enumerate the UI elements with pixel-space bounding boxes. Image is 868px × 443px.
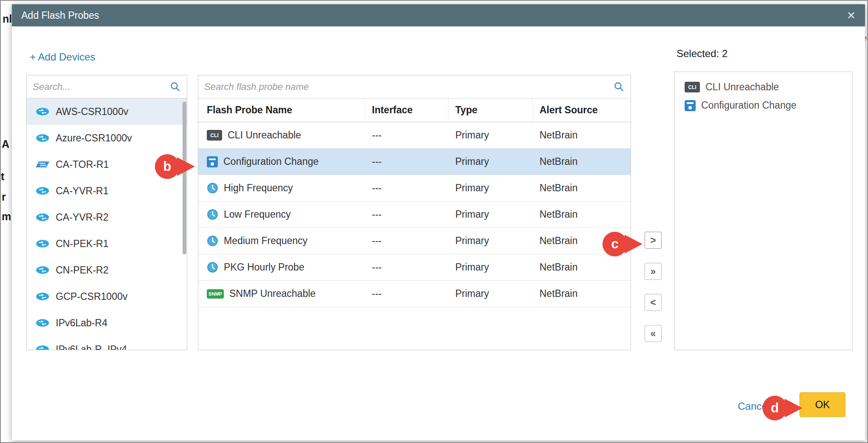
add-devices-link[interactable]: + Add Devices [30, 51, 95, 63]
router-icon [35, 292, 50, 301]
probe-type-cell: Primary [448, 175, 533, 201]
column-header-flash-probe-name: Flash Probe Name [198, 98, 365, 122]
dialog-title: Add Flash Probes [21, 10, 99, 21]
probe-type-cell: Primary [448, 149, 533, 175]
router-icon [35, 319, 50, 327]
probe-type-cell: Primary [448, 228, 533, 254]
device-name: Azure-CSR1000v [56, 132, 132, 144]
background-text-fragment: m [2, 210, 11, 223]
probe-table-row[interactable]: PKG Hourly Probe --- Primary NetBrain [198, 254, 631, 281]
device-list-item[interactable]: CN-PEK-R1 [27, 230, 187, 257]
router-icon [35, 134, 50, 142]
switch-icon [35, 161, 50, 168]
probe-interface-cell: --- [365, 201, 448, 227]
device-name: GCP-CSR1000v [56, 291, 128, 302]
probe-panel: Flash Probe Name Interface Type Alert So… [198, 75, 631, 350]
device-list-item[interactable]: CA-YVR-R1 [27, 178, 187, 204]
selected-probes-panel: CLI CLI Unreachable Configuration Change [674, 72, 853, 350]
device-name: CA-TOR-R1 [56, 159, 109, 170]
probe-name-cell: SNMP SNMP Unreachable [198, 281, 365, 307]
add-flash-probes-dialog: Add Flash Probes ✕ + Add Devices AWS-CSR… [12, 4, 865, 440]
device-name: IPv6Lab-R_IPv4 [56, 344, 127, 351]
snmp-badge-icon: SNMP [207, 289, 224, 299]
background-text-fragment: r [2, 191, 6, 203]
background-text-fragment: nl [3, 13, 12, 25]
device-list-item[interactable]: Azure-CSR1000v [27, 125, 187, 151]
device-list-scrollbar[interactable] [183, 102, 186, 254]
selected-item[interactable]: Configuration Change [685, 100, 852, 111]
probe-name: Medium Frequency [224, 235, 308, 247]
probe-name-cell: High Frequency [198, 175, 365, 201]
probe-name: Configuration Change [223, 156, 319, 167]
selected-item-label: CLI Unreachable [705, 81, 779, 93]
move-all-right-button[interactable]: » [645, 263, 662, 280]
device-list-item[interactable]: IPv6Lab-R4 [27, 310, 187, 336]
probe-table-row[interactable]: Configuration Change --- Primary NetBrai… [198, 149, 631, 175]
column-header-alert-source: Alert Source [533, 98, 631, 122]
search-icon[interactable] [170, 81, 181, 92]
device-name: CN-PEK-R1 [56, 238, 108, 250]
search-icon[interactable] [614, 81, 625, 92]
probe-name-cell: PKG Hourly Probe [198, 254, 365, 280]
probe-table-row[interactable]: CLI CLI Unreachable --- Primary NetBrain [198, 122, 631, 149]
cancel-button[interactable]: Cancel [738, 400, 770, 412]
clock-icon [207, 262, 218, 273]
selected-item-label: Configuration Change [701, 100, 797, 111]
probe-table-row[interactable]: Low Frequency --- Primary NetBrain [198, 201, 631, 228]
background-text-fragment: A [2, 138, 9, 150]
probe-name: CLI Unreachable [228, 129, 301, 141]
device-name: AWS-CSR1000v [56, 106, 128, 118]
probe-name: Low Frequency [224, 209, 291, 220]
router-icon [35, 239, 50, 248]
device-name: IPv6Lab-R4 [56, 317, 107, 329]
probe-type-cell: Primary [448, 122, 533, 148]
probe-interface-cell: --- [365, 281, 448, 307]
probe-search-input[interactable] [204, 81, 610, 92]
router-icon [35, 213, 50, 222]
ok-button[interactable]: OK [799, 392, 845, 417]
device-search-input[interactable] [33, 81, 166, 92]
probe-alert-cell: NetBrain [533, 175, 631, 201]
cli-badge-icon: CLI [207, 130, 222, 141]
clock-icon [207, 182, 218, 194]
device-list-item[interactable]: CA-YVR-R2 [27, 204, 187, 230]
selected-item[interactable]: CLI CLI Unreachable [685, 81, 852, 93]
probe-interface-cell: --- [365, 122, 448, 148]
move-all-left-button[interactable]: « [645, 325, 662, 342]
probe-type-cell: Primary [448, 254, 533, 280]
screen: nl A t r m ec Add Flash Probes ✕ + Add D… [0, 0, 868, 443]
probe-name-cell: Medium Frequency [198, 228, 365, 254]
probe-name-cell: Low Frequency [198, 201, 365, 227]
probe-table-row[interactable]: SNMP SNMP Unreachable --- Primary NetBra… [198, 281, 631, 307]
device-list-item[interactable]: CA-TOR-R1 [27, 151, 187, 178]
probe-name: PKG Hourly Probe [224, 262, 304, 273]
device-list-item[interactable]: IPv6Lab-R_IPv4 [27, 336, 187, 350]
selected-count-label: Selected: 2 [677, 48, 728, 60]
probe-alert-cell: NetBrain [533, 281, 631, 307]
device-list-item[interactable]: AWS-CSR1000v [27, 98, 187, 125]
background-text-fragment: t [1, 170, 4, 183]
config-icon [207, 156, 218, 167]
probe-table-row[interactable]: Medium Frequency --- Primary NetBrain [198, 228, 631, 254]
column-header-interface: Interface [365, 98, 448, 122]
probe-interface-cell: --- [365, 149, 448, 175]
device-list-item[interactable]: GCP-CSR1000v [27, 283, 187, 310]
probe-interface-cell: --- [365, 228, 448, 254]
move-right-button[interactable]: > [645, 232, 662, 249]
device-list: AWS-CSR1000v Azure-CSR1000v CA-TOR-R1 CA… [27, 98, 187, 350]
clock-icon [207, 235, 218, 247]
dialog-header: Add Flash Probes ✕ [12, 4, 865, 26]
selected-items-list: CLI CLI Unreachable Configuration Change [674, 72, 852, 111]
device-search-row [27, 75, 187, 98]
column-header-type: Type [448, 98, 533, 122]
probe-search-row [198, 75, 631, 98]
device-name: CN-PEK-R2 [56, 265, 108, 276]
close-icon[interactable]: ✕ [847, 10, 856, 21]
probe-table-row[interactable]: High Frequency --- Primary NetBrain [198, 175, 631, 201]
cli-badge-icon: CLI [685, 82, 700, 92]
move-left-button[interactable]: < [645, 294, 662, 311]
probe-interface-cell: --- [365, 254, 448, 280]
config-icon [685, 100, 696, 111]
device-list-item[interactable]: CN-PEK-R2 [27, 257, 187, 283]
device-name: CA-YVR-R2 [56, 212, 108, 223]
